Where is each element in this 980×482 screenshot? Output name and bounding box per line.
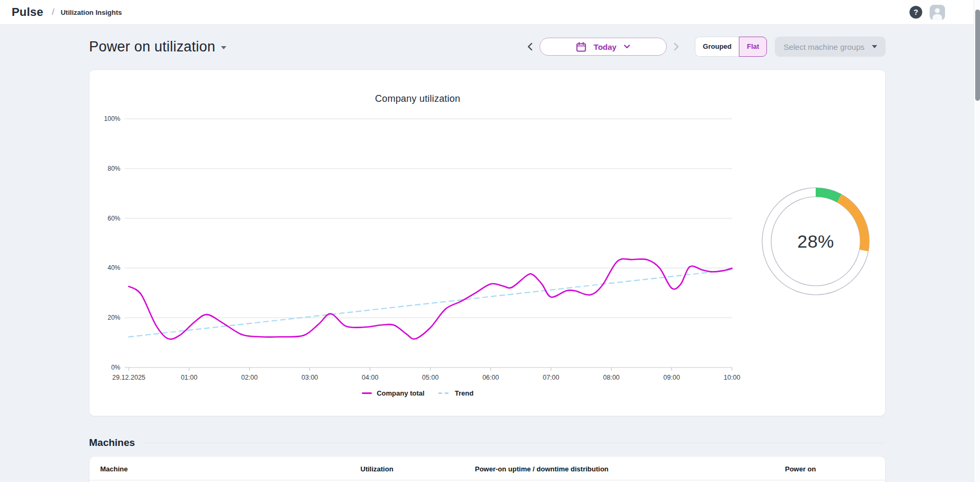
vertical-scrollbar[interactable] xyxy=(974,0,980,482)
help-icon: ? xyxy=(914,8,919,16)
app-logo[interactable]: Pulse xyxy=(12,5,43,19)
machine-groups-select[interactable]: Select machine groups xyxy=(775,37,886,57)
svg-text:01:00: 01:00 xyxy=(181,374,197,381)
chart-legend: Company total Trend xyxy=(362,389,474,397)
svg-text:05:00: 05:00 xyxy=(422,374,438,381)
machine-groups-placeholder: Select machine groups xyxy=(783,42,864,51)
chevron-left-icon xyxy=(527,42,533,51)
svg-text:0%: 0% xyxy=(111,364,121,371)
view-toggle: Grouped Flat xyxy=(695,37,767,57)
page-title: Power on utilization xyxy=(89,39,215,55)
legend-label: Trend xyxy=(455,389,473,397)
svg-text:40%: 40% xyxy=(108,264,120,271)
column-header-machine: Machine xyxy=(100,465,128,473)
svg-text:10:00: 10:00 xyxy=(723,374,740,381)
legend-item-trend[interactable]: Trend xyxy=(438,389,473,397)
svg-text:09:00: 09:00 xyxy=(664,374,680,381)
page-title-dropdown[interactable]: Power on utilization xyxy=(89,39,226,55)
next-date-button[interactable] xyxy=(670,40,682,53)
machines-section-title: Machines xyxy=(89,437,135,449)
machines-table-header: Machine Utilization Power-on uptime / do… xyxy=(90,457,885,480)
column-header-utilization: Utilization xyxy=(360,465,393,473)
person-icon xyxy=(930,5,945,20)
svg-text:04:00: 04:00 xyxy=(362,374,378,381)
chevron-down-icon xyxy=(221,46,226,49)
svg-text:02:00: 02:00 xyxy=(241,374,258,381)
breadcrumb: Utilization Insights xyxy=(60,8,122,16)
topbar: Pulse / Utilization Insights ? xyxy=(0,0,980,25)
flat-view-button[interactable]: Flat xyxy=(739,37,767,57)
section-divider xyxy=(144,443,886,443)
utilization-chart-card: 0%20%40%60%80%100%29.12.202501:0002:0003… xyxy=(89,69,886,416)
legend-item-company-total[interactable]: Company total xyxy=(362,389,425,397)
donut-center-value: 28% xyxy=(797,231,834,252)
svg-text:08:00: 08:00 xyxy=(603,374,620,381)
column-header-distribution: Power-on uptime / downtime distribution xyxy=(475,465,608,473)
svg-text:29.12.2025: 29.12.2025 xyxy=(112,374,146,381)
breadcrumb-separator: / xyxy=(52,7,55,17)
date-range-label: Today xyxy=(594,42,616,51)
date-picker-button[interactable]: Today xyxy=(540,38,667,56)
grouped-view-button[interactable]: Grouped xyxy=(695,37,739,57)
trend-swatch xyxy=(438,392,450,394)
company-utilization-chart: 0%20%40%60%80%100%29.12.202501:0002:0003… xyxy=(90,70,885,416)
legend-label: Company total xyxy=(377,389,425,397)
svg-text:80%: 80% xyxy=(108,165,120,172)
svg-text:06:00: 06:00 xyxy=(482,374,499,381)
svg-text:60%: 60% xyxy=(108,215,120,222)
help-button[interactable]: ? xyxy=(910,6,922,19)
company-total-swatch xyxy=(362,392,372,394)
machines-section-header: Machines xyxy=(89,437,886,449)
chevron-down-icon xyxy=(872,45,877,48)
machines-table-card: Machine Utilization Power-on uptime / do… xyxy=(89,456,886,482)
scrollbar-thumb[interactable] xyxy=(975,10,980,101)
chevron-right-icon xyxy=(674,42,679,51)
chart-title: Company utilization xyxy=(375,93,461,104)
svg-text:07:00: 07:00 xyxy=(543,374,559,381)
chevron-down-icon xyxy=(624,45,630,49)
svg-text:20%: 20% xyxy=(108,314,120,321)
avatar[interactable] xyxy=(930,5,945,20)
column-header-power-on: Power on xyxy=(785,465,816,473)
page-header: Power on utilization Today xyxy=(89,33,886,60)
previous-date-button[interactable] xyxy=(524,40,536,53)
calendar-icon xyxy=(576,42,586,52)
svg-text:100%: 100% xyxy=(104,115,120,122)
svg-text:03:00: 03:00 xyxy=(302,374,318,381)
